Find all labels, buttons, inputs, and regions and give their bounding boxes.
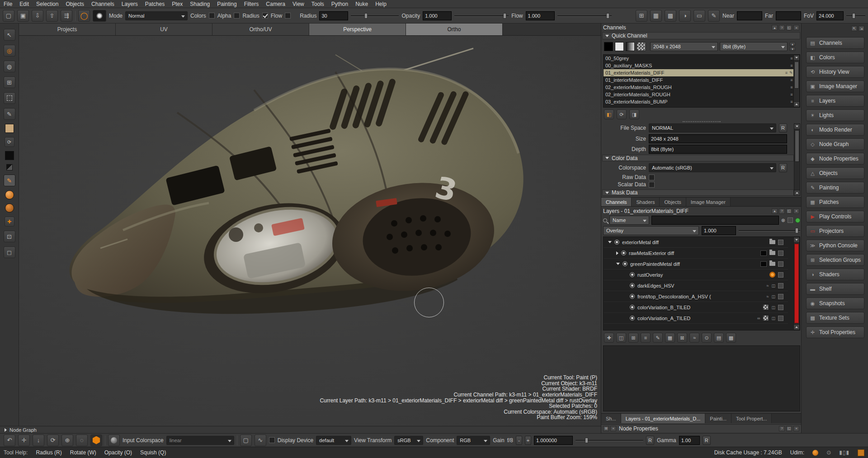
panel-resize-handle[interactable] [683, 121, 721, 122]
gain-minus-button[interactable]: - [516, 436, 522, 445]
add-group-icon[interactable]: ⊞ [628, 333, 638, 343]
layer-grid-icon[interactable]: ▩ [726, 333, 736, 343]
layer-row[interactable]: darkEdges_HSV ≈ ◫ [604, 280, 788, 291]
brush-tip-preview[interactable] [93, 10, 106, 22]
bake-down-icon[interactable]: ↓ [33, 434, 44, 446]
filter-icon[interactable] [788, 217, 793, 223]
layer-row[interactable]: front/top_Descoloration_A_HSV ( ≈ ◫ [604, 291, 788, 302]
add-mask-icon[interactable]: ⊠ [677, 333, 687, 343]
snapshot-channel-icon[interactable]: ◧ [604, 109, 614, 119]
palette-button-node-properties[interactable]: ◆Node Properties [806, 153, 864, 165]
mini-color-swatch[interactable] [6, 164, 13, 170]
tab-perspective[interactable]: Perspective [309, 24, 406, 35]
visibility-icon[interactable] [630, 305, 635, 310]
menu-tools[interactable]: Tools [308, 0, 328, 8]
quick-channel-header[interactable]: Quick Channel [602, 32, 800, 39]
collapse-icon[interactable]: ▴ [772, 25, 778, 30]
palette-button-shaders[interactable]: ◑Shaders [806, 269, 864, 280]
checker-toggle-icon[interactable]: ▩ [665, 10, 676, 22]
add-preset-icon[interactable]: ✚ [5, 217, 14, 227]
layer-options-icon[interactable] [778, 250, 783, 256]
close-icon[interactable]: × [793, 25, 799, 30]
gradient-swatch[interactable] [626, 42, 635, 51]
colors-checkbox[interactable] [209, 13, 215, 19]
brush-ring-icon[interactable]: ◯ [78, 10, 90, 22]
near-input[interactable] [737, 11, 762, 20]
display-device-dropdown[interactable]: default [316, 436, 351, 445]
palette-button-selection-groups[interactable]: ⊞Selection Groups [806, 254, 864, 266]
gamma-input[interactable] [679, 436, 700, 445]
new-project-icon[interactable]: ▢ [3, 10, 14, 22]
tab-painting-collapsed[interactable]: Painti... [705, 414, 731, 423]
menu-objects[interactable]: Objects [62, 0, 88, 8]
tab-shaders[interactable]: Shaders [632, 198, 660, 206]
tab-ortho[interactable]: Ortho [406, 24, 503, 35]
cache-layer-icon[interactable]: ⊙ [702, 333, 712, 343]
uv-grid-icon[interactable]: ⊞ [636, 10, 647, 22]
far-input[interactable] [776, 11, 801, 20]
layer-search-input[interactable] [651, 216, 779, 225]
tab-layers-collapsed[interactable]: Layers - 01_exteriorMaterials_D... [621, 414, 706, 423]
opacity-slider[interactable] [454, 11, 509, 20]
tab-shaders-collapsed[interactable]: Sh... [601, 414, 621, 423]
file-space-reset-button[interactable]: R [779, 123, 787, 132]
tab-image-manager[interactable]: Image Manager [686, 198, 731, 206]
add-procedural-icon[interactable]: ▦ [665, 333, 675, 343]
search-field-dropdown[interactable]: Name [609, 216, 649, 225]
move-icon[interactable]: ✛ [18, 434, 30, 446]
menu-shading[interactable]: Shading [186, 0, 213, 8]
open-project-icon[interactable]: ▣ [17, 10, 29, 22]
layer-options-icon[interactable] [778, 283, 783, 288]
add-layer-icon[interactable]: ✚ [604, 333, 614, 343]
checker-swatch[interactable] [637, 42, 646, 51]
file-space-dropdown[interactable]: NORMAL [649, 123, 776, 132]
palette-button-channels[interactable]: ▤Channels [806, 37, 864, 49]
mask-preview-icon[interactable]: ◑ [679, 10, 691, 22]
quick-size-dropdown[interactable]: 2048 x 2048 [650, 42, 718, 51]
export-icon[interactable]: ⇧ [46, 10, 58, 22]
close-icon[interactable]: × [610, 426, 616, 431]
rotate-icon[interactable]: ⟳ [47, 434, 59, 446]
shader-sphere-icon[interactable] [5, 190, 14, 199]
palette-button-snapshots[interactable]: ◉Snapshots [806, 297, 864, 309]
sphere-preview-icon[interactable] [108, 434, 120, 446]
menu-patches[interactable]: Patches [142, 0, 168, 8]
visibility-icon[interactable] [630, 316, 635, 321]
help-icon[interactable]: ? [779, 25, 785, 30]
palette-button-tool-properties[interactable]: ✛Tool Properties [806, 326, 864, 338]
import-icon[interactable]: ⇩ [32, 10, 43, 22]
layer-row[interactable]: exteriorMetal diff [604, 237, 788, 248]
layer-row[interactable]: greenPaintedMetal diff [604, 259, 788, 269]
white-swatch[interactable] [615, 42, 624, 51]
layer-options-icon[interactable] [778, 305, 783, 310]
layer-row[interactable]: rustOverlay [604, 269, 788, 280]
float-icon[interactable]: ◱ [786, 208, 792, 214]
blend-amount-slider[interactable] [739, 226, 800, 235]
blend-amount-input[interactable] [702, 226, 736, 235]
mask-thumbnail[interactable] [760, 250, 767, 256]
menu-file[interactable]: File [0, 0, 16, 8]
properties-scrollbar[interactable] [794, 123, 800, 196]
visibility-icon[interactable] [621, 250, 626, 255]
fov-input[interactable] [816, 11, 844, 20]
menu-camera[interactable]: Camera [262, 0, 289, 8]
alpha-checkbox[interactable] [234, 13, 240, 19]
input-colorspace-dropdown[interactable]: linear [166, 436, 234, 445]
visibility-icon[interactable] [623, 261, 627, 266]
float-icon[interactable]: ◱ [786, 426, 792, 431]
patch-grid-tool-icon[interactable]: ⊞ [4, 76, 15, 88]
layer-row[interactable]: colorVariation_A_TILED ∞ ◫ [604, 313, 788, 324]
paint-mode-dropdown[interactable]: Normal [125, 11, 188, 20]
layer-list-scrollbar[interactable] [793, 237, 800, 330]
blur-tool-icon[interactable]: ✎ [4, 108, 15, 120]
channel-row[interactable]: 02_interiorMaterials_ROUGH ≡⊙ [604, 91, 800, 98]
visibility-icon[interactable] [630, 272, 635, 277]
menu-selection[interactable]: Selection [33, 0, 62, 8]
dock-icon[interactable]: ⊞ [603, 426, 609, 431]
tab-projects[interactable]: Projects [19, 24, 116, 35]
mask-thumbnail[interactable] [760, 261, 767, 267]
menu-nuke[interactable]: Nuke [352, 0, 372, 8]
shadow-toggle-icon[interactable]: ▦ [650, 10, 662, 22]
colorspace-dropdown[interactable]: Automatic (sRGB) [649, 163, 776, 172]
layer-options-icon[interactable] [778, 240, 783, 245]
